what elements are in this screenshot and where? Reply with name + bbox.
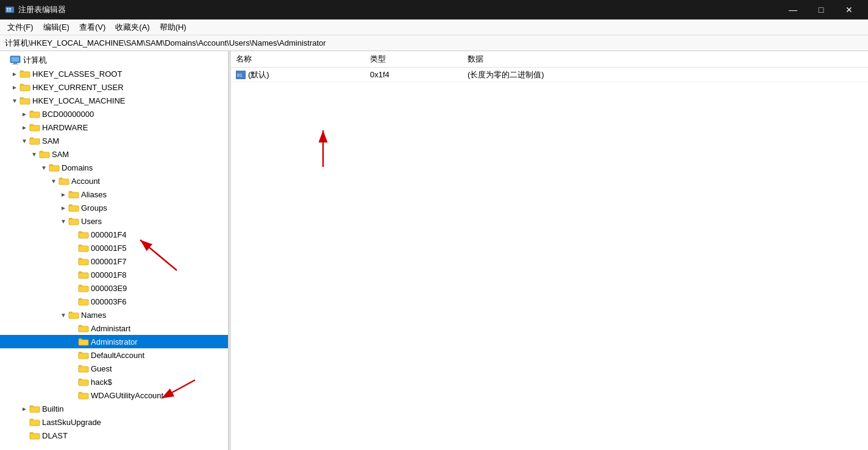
app-icon [5,5,15,15]
svg-rect-1 [7,8,9,10]
expand-arrow: ► [20,124,29,131]
tree-item-defaultaccount[interactable]: DefaultAccount [0,348,228,362]
svg-rect-8 [12,64,18,65]
tree-item-sam2[interactable]: ▼ SAM [0,147,228,161]
tree-item-user1[interactable]: 000001F4 [0,228,228,241]
cell-type: 0x1f4 [365,69,463,80]
col-data[interactable]: 数据 [463,51,868,67]
tree-item-user5[interactable]: 000003E9 [0,281,228,295]
expand-arrow: ► [20,406,29,412]
tree-label: 000003F6 [91,297,127,306]
tree-label: HKEY_CLASSES_ROOT [32,69,122,79]
folder-icon [29,136,40,145]
svg-text:01: 01 [237,73,242,78]
tree-item-groups[interactable]: ► Groups [0,201,228,214]
expand-arrow: ▼ [49,178,59,185]
minimize-button[interactable]: — [779,0,807,19]
tree-item-administrator[interactable]: Administrator [0,335,228,348]
folder-icon [29,404,40,413]
menu-file[interactable]: 文件(F) [2,21,38,34]
right-panel: 名称 类型 数据 01 (默认) 0x1f4 (长度为零的二进制值) [231,51,868,450]
tree-panel[interactable]: 计算机 ► HKEY_CLASSES_ROOT ► HKEY_CURRENT_U… [0,51,229,450]
tree-label: SAM [42,136,59,146]
folder-icon [78,378,89,386]
tree-item-hacks[interactable]: hack$ [0,375,228,388]
menu-bar: 文件(F) 编辑(E) 查看(V) 收藏夹(A) 帮助(H) [0,19,868,35]
tree-label: DLAST [42,431,68,440]
tree-item-domains[interactable]: ▼ Domains [0,161,228,174]
expand-arrow: ▼ [39,164,49,171]
folder-icon [29,123,40,132]
tree-label: SAM [52,150,69,159]
folder-icon [68,311,79,319]
tree-item-users[interactable]: ▼ Users [0,214,228,228]
tree-item-dlast[interactable]: DLAST [0,429,228,442]
folder-icon [29,418,40,426]
tree-label: Administart [91,324,130,333]
tree-item-administart[interactable]: Administart [0,322,228,335]
tree-item-user3[interactable]: 000001F7 [0,255,228,268]
tree-label: hack$ [91,378,112,387]
col-name[interactable]: 名称 [231,51,365,67]
entry-name: (默认) [248,69,269,80]
folder-icon [39,150,50,158]
address-text: 计算机\HKEY_LOCAL_MACHINE\SAM\SAM\Domains\A… [5,38,326,49]
tree-label: 000001F4 [91,230,127,239]
cell-data: (长度为零的二进制值) [463,68,868,82]
folder-icon [78,270,89,279]
expand-arrow: ► [59,191,68,198]
app-title: 注册表编辑器 [18,4,66,15]
binary-icon: 01 [236,71,246,79]
expand-arrow: ▼ [59,218,68,225]
tree-item-user2[interactable]: 000001F5 [0,241,228,255]
tree-label: Guest [91,364,112,373]
tree-item-hkcu[interactable]: ► HKEY_CURRENT_USER [0,80,228,94]
close-button[interactable]: ✕ [835,0,863,19]
expand-arrow: ▼ [29,151,39,158]
tree-item-sam[interactable]: ▼ SAM [0,134,228,147]
tree-label: Users [81,217,102,226]
menu-view[interactable]: 查看(V) [74,21,110,34]
folder-icon [68,190,79,199]
folder-icon [78,257,89,265]
computer-icon [10,55,21,65]
tree-item-user4[interactable]: 000001F8 [0,268,228,281]
tree-item-bcd[interactable]: ► BCD00000000 [0,107,228,121]
tree-item-names[interactable]: ▼ Names [0,308,228,322]
tree-item-aliases[interactable]: ► Aliases [0,188,228,201]
tree-label: HARDWARE [42,123,88,132]
cell-name: 01 (默认) [231,68,365,82]
tree-label: Domains [62,163,93,172]
tree-label: 000001F5 [91,244,127,253]
address-bar: 计算机\HKEY_LOCAL_MACHINE\SAM\SAM\Domains\A… [0,35,868,51]
folder-icon [78,337,89,346]
tree-label: LastSkuUpgrade [42,418,101,427]
tree-item-wdagutility[interactable]: WDAGUtilityAccount [0,388,228,402]
tree-item-user6[interactable]: 000003F6 [0,295,228,308]
svg-rect-6 [12,57,19,62]
svg-rect-7 [13,63,17,64]
menu-help[interactable]: 帮助(H) [155,21,191,34]
col-type[interactable]: 类型 [365,51,463,67]
tree-item-hardware[interactable]: ► HARDWARE [0,121,228,134]
tree-label: 000001F7 [91,257,127,266]
expand-arrow: ► [10,71,20,77]
tree-item-computer[interactable]: 计算机 [0,54,228,67]
tree-item-guest[interactable]: Guest [0,362,228,375]
tree-item-lastsku[interactable]: LastSkuUpgrade [0,415,228,429]
menu-favorites[interactable]: 收藏夹(A) [110,21,154,34]
tree-item-account[interactable]: ▼ Account [0,174,228,188]
svg-rect-4 [9,10,11,12]
expand-arrow: ► [59,205,68,211]
tree-label: Names [81,311,106,320]
folder-icon [78,244,89,252]
column-headers: 名称 类型 数据 [231,51,868,68]
tree-item-builtin[interactable]: ► Builtin [0,402,228,415]
tree-item-hkcr[interactable]: ► HKEY_CLASSES_ROOT [0,67,228,80]
menu-edit[interactable]: 编辑(E) [38,21,74,34]
svg-rect-3 [7,10,9,12]
table-row[interactable]: 01 (默认) 0x1f4 (长度为零的二进制值) [231,68,868,82]
tree-item-hklm[interactable]: ▼ HKEY_LOCAL_MACHINE [0,94,228,107]
folder-icon [78,391,89,399]
maximize-button[interactable]: □ [807,0,835,19]
